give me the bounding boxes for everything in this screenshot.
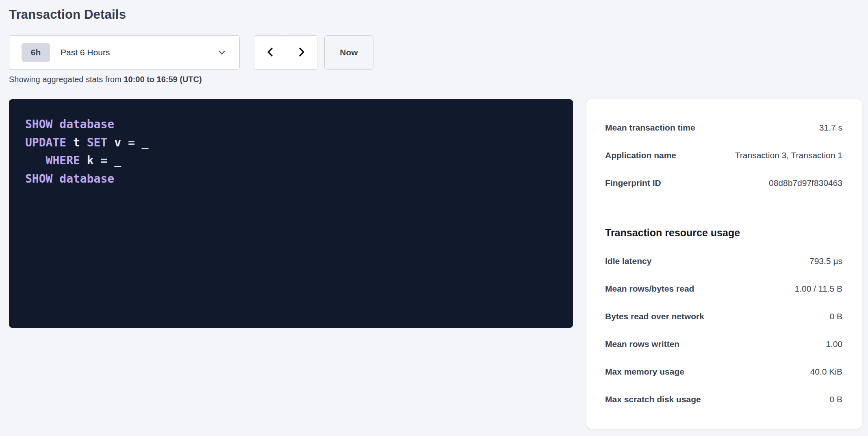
now-button[interactable]: Now (324, 35, 373, 70)
stat-row: Bytes read over network0 B (605, 303, 842, 330)
sql-line: SHOW database (25, 116, 557, 134)
sql-line: WHERE k = _ (25, 152, 557, 170)
summary-rows: Mean transaction time31.7 sApplication n… (605, 114, 842, 197)
sql-statement-box: SHOW databaseUPDATE t SET v = _ WHERE k … (9, 99, 573, 328)
stat-row: Mean rows written1.00 (605, 330, 842, 358)
resource-usage-rows: Idle latency793.5 µsMean rows/bytes read… (605, 247, 842, 413)
stat-label: Idle latency (605, 256, 660, 266)
stat-row: Mean transaction time31.7 s (605, 114, 842, 142)
time-picker-controls: 6h Past 6 Hours (9, 35, 868, 70)
stats-subtitle: Showing aggregated stats from 10:00 to 1… (9, 75, 868, 84)
stat-value: 0 B (829, 312, 842, 321)
stat-value: 0 B (829, 395, 842, 404)
stat-value: 31.7 s (819, 123, 842, 133)
divider (605, 208, 842, 208)
stat-label: Application name (605, 150, 684, 160)
stat-label: Mean rows written (605, 339, 688, 349)
time-range-badge: 6h (22, 43, 50, 62)
chevron-left-icon (265, 46, 276, 59)
stat-label: Max memory usage (605, 367, 692, 377)
main-content: SHOW databaseUPDATE t SET v = _ WHERE k … (9, 99, 868, 429)
time-range-select[interactable]: 6h Past 6 Hours (9, 35, 240, 70)
stat-row: Fingerprint ID08d8b7d97f830463 (605, 169, 842, 197)
summary-card: Mean transaction time31.7 sApplication n… (586, 99, 862, 429)
stats-subtitle-range: 10:00 to 16:59 (UTC) (124, 75, 202, 84)
stat-row: Max scratch disk usage0 B (605, 386, 842, 413)
interval-nav-group (254, 35, 317, 70)
chevron-down-icon (217, 48, 226, 57)
sql-line: SHOW database (25, 170, 557, 188)
stat-label: Mean transaction time (605, 123, 703, 133)
stat-label: Max scratch disk usage (605, 395, 709, 404)
time-range-label: Past 6 Hours (61, 48, 110, 57)
next-interval-button[interactable] (286, 35, 317, 70)
stat-value: 40.0 KiB (810, 367, 842, 377)
stat-value: 1.00 (826, 339, 842, 349)
stat-label: Bytes read over network (605, 312, 712, 321)
stats-subtitle-prefix: Showing aggregated stats from (9, 75, 124, 84)
transaction-details-page: Transaction Details 6h Past 6 Hours (0, 0, 868, 436)
sql-code: SHOW databaseUPDATE t SET v = _ WHERE k … (25, 116, 557, 188)
stat-value: 1.00 / 11.5 B (794, 284, 842, 294)
sql-line: UPDATE t SET v = _ (25, 134, 557, 152)
stat-label: Fingerprint ID (605, 178, 669, 188)
stat-row: Mean rows/bytes read1.00 / 11.5 B (605, 275, 842, 303)
page-title: Transaction Details (9, 7, 868, 23)
stat-row: Application nameTransaction 3, Transacti… (605, 142, 842, 169)
resource-usage-heading: Transaction resource usage (605, 227, 842, 239)
stat-row: Max memory usage40.0 KiB (605, 358, 842, 386)
prev-interval-button[interactable] (254, 35, 286, 70)
stat-row: Idle latency793.5 µs (605, 247, 842, 275)
stat-value: Transaction 3, Transaction 1 (735, 150, 842, 160)
stat-value: 08d8b7d97f830463 (769, 178, 842, 188)
stat-value: 793.5 µs (809, 256, 842, 266)
chevron-right-icon (296, 46, 307, 59)
stat-label: Mean rows/bytes read (605, 284, 702, 294)
